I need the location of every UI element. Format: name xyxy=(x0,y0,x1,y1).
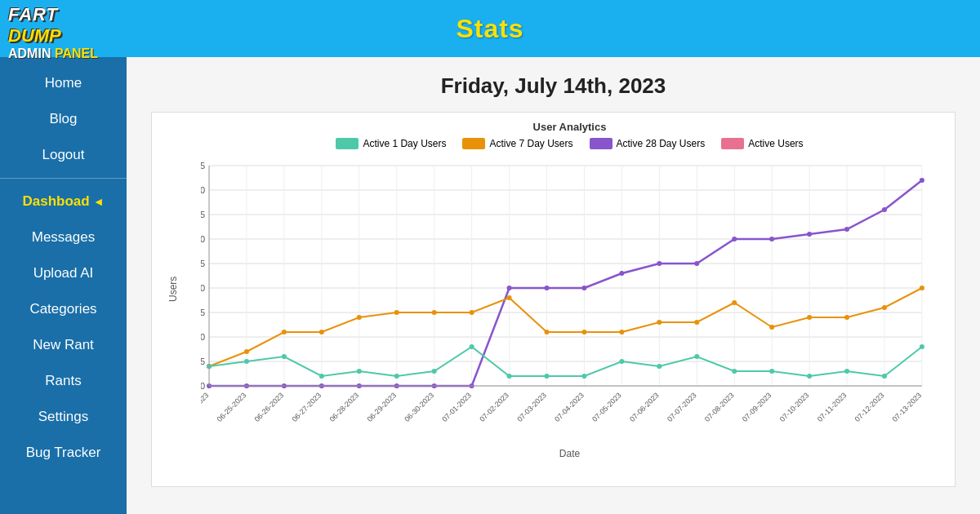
svg-point-93 xyxy=(694,320,699,325)
svg-text:06-25-2023: 06-25-2023 xyxy=(216,391,248,423)
legend-item-active: Active Users xyxy=(721,138,803,149)
svg-point-83 xyxy=(319,330,324,335)
sidebar-item-logout[interactable]: Logout xyxy=(0,137,127,173)
svg-point-105 xyxy=(394,374,399,379)
svg-text:07-05-2023: 07-05-2023 xyxy=(590,391,623,423)
svg-point-96 xyxy=(807,315,812,320)
legend-item-1day: Active 1 Day Users xyxy=(336,138,446,149)
logo-dump: DUMP xyxy=(8,25,61,46)
svg-point-101 xyxy=(244,359,249,364)
logo: FART DUMP ADMIN PANEL xyxy=(8,4,114,53)
svg-point-97 xyxy=(844,315,849,320)
svg-point-119 xyxy=(920,344,924,349)
svg-point-78 xyxy=(882,207,887,212)
svg-point-109 xyxy=(545,374,550,379)
svg-text:07-09-2023: 07-09-2023 xyxy=(741,391,773,423)
svg-point-107 xyxy=(470,344,474,349)
svg-point-112 xyxy=(657,364,662,369)
svg-text:06-29-2023: 06-29-2023 xyxy=(365,391,398,423)
svg-point-104 xyxy=(357,369,362,374)
svg-point-94 xyxy=(732,300,737,305)
svg-point-71 xyxy=(619,271,624,276)
legend-item-7day: Active 7 Day Users xyxy=(462,138,572,149)
svg-text:06-24-2023: 06-24-2023 xyxy=(201,391,210,423)
svg-point-76 xyxy=(807,232,812,237)
svg-point-74 xyxy=(732,237,737,241)
svg-text:06-27-2023: 06-27-2023 xyxy=(291,391,323,423)
svg-point-81 xyxy=(244,349,249,354)
legend-item-28day: Active 28 Day Users xyxy=(590,138,706,149)
svg-text:20: 20 xyxy=(201,283,205,293)
sidebar-item-home[interactable]: Home xyxy=(0,65,127,101)
svg-point-77 xyxy=(844,227,849,232)
svg-text:07-13-2023: 07-13-2023 xyxy=(891,391,924,423)
svg-point-89 xyxy=(545,330,550,335)
sidebar-item-new-rant[interactable]: New Rant xyxy=(0,327,127,363)
svg-point-114 xyxy=(732,369,737,374)
chart-svg: 05101520253035404506-24-202306-25-202306… xyxy=(201,157,938,435)
svg-text:07-11-2023: 07-11-2023 xyxy=(816,391,849,423)
svg-point-98 xyxy=(882,305,887,310)
legend-swatch-1day xyxy=(336,138,359,149)
svg-point-68 xyxy=(507,286,512,290)
svg-point-86 xyxy=(432,310,437,315)
legend-label-active: Active Users xyxy=(748,138,803,149)
svg-point-110 xyxy=(581,374,586,379)
svg-point-90 xyxy=(581,330,586,335)
sidebar-item-categories[interactable]: Categories xyxy=(0,291,127,327)
chart-area: Users Date 05101520253035404506-24-20230… xyxy=(201,157,938,435)
svg-point-103 xyxy=(319,374,324,379)
svg-point-99 xyxy=(920,286,924,290)
svg-text:40: 40 xyxy=(201,185,205,195)
svg-point-85 xyxy=(394,310,399,315)
sidebar-item-bug-tracker[interactable]: Bug Tracker xyxy=(0,435,127,471)
svg-text:07-06-2023: 07-06-2023 xyxy=(628,391,661,423)
svg-text:06-28-2023: 06-28-2023 xyxy=(328,391,361,423)
svg-text:35: 35 xyxy=(201,210,205,219)
svg-point-82 xyxy=(282,330,287,335)
svg-text:07-10-2023: 07-10-2023 xyxy=(778,391,811,423)
svg-point-106 xyxy=(432,369,437,374)
svg-text:06-30-2023: 06-30-2023 xyxy=(403,391,435,423)
sidebar-item-dashboard[interactable]: Dashboad xyxy=(0,184,127,219)
svg-text:07-07-2023: 07-07-2023 xyxy=(666,391,698,423)
svg-point-70 xyxy=(581,286,586,290)
y-axis-label: Users xyxy=(167,277,179,302)
svg-point-69 xyxy=(545,286,550,290)
svg-text:45: 45 xyxy=(201,161,205,171)
svg-text:10: 10 xyxy=(201,332,205,342)
svg-point-117 xyxy=(844,369,849,374)
svg-point-75 xyxy=(769,237,774,241)
svg-point-84 xyxy=(357,315,362,320)
legend-label-7day: Active 7 Day Users xyxy=(489,138,572,149)
svg-point-87 xyxy=(470,310,474,315)
header: FART DUMP ADMIN PANEL Stats xyxy=(0,0,980,57)
svg-point-72 xyxy=(657,261,662,266)
svg-text:30: 30 xyxy=(201,234,205,244)
svg-point-108 xyxy=(507,374,512,379)
content-area: Friday, July 14th, 2023 User Analytics A… xyxy=(127,57,980,514)
svg-point-102 xyxy=(282,354,287,359)
svg-point-118 xyxy=(882,374,887,379)
legend-swatch-7day xyxy=(462,138,485,149)
logo-admin: ADMIN xyxy=(8,47,51,60)
sidebar-item-blog[interactable]: Blog xyxy=(0,101,127,137)
logo-fart: FART xyxy=(8,4,58,24)
x-axis-label: Date xyxy=(559,448,580,459)
svg-point-79 xyxy=(920,178,924,183)
sidebar-item-settings[interactable]: Settings xyxy=(0,399,127,435)
sidebar-item-messages[interactable]: Messages xyxy=(0,219,127,255)
legend-swatch-28day xyxy=(590,138,612,149)
sidebar-item-rants[interactable]: Rants xyxy=(0,363,127,399)
svg-text:07-12-2023: 07-12-2023 xyxy=(853,391,886,423)
svg-text:07-01-2023: 07-01-2023 xyxy=(440,391,473,423)
svg-point-91 xyxy=(619,330,624,335)
main-layout: Home Blog Logout Dashboad Messages Uploa… xyxy=(0,57,980,514)
sidebar-item-upload-ai[interactable]: Upload AI xyxy=(0,255,127,291)
svg-text:07-03-2023: 07-03-2023 xyxy=(515,391,548,423)
svg-point-92 xyxy=(657,320,662,325)
svg-text:07-04-2023: 07-04-2023 xyxy=(553,391,586,423)
svg-point-113 xyxy=(694,354,699,359)
svg-text:07-08-2023: 07-08-2023 xyxy=(703,391,736,423)
svg-text:5: 5 xyxy=(201,357,205,366)
